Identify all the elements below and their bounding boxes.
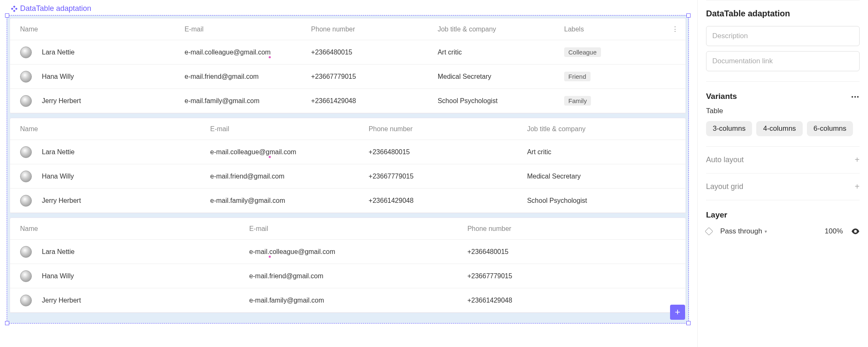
cell-email: e-mail.family@gmail.com [185, 97, 311, 105]
table-row[interactable]: Jerry Herbert e-mail.family@gmail.com +2… [10, 89, 686, 113]
variant-chip-4-columns[interactable]: 4-columns [756, 121, 802, 136]
table-row[interactable]: Lara Nettie e-mail.colleague@gmail.com +… [10, 240, 686, 264]
cell-email: e-mail.friend@gmail.com [249, 272, 467, 280]
visibility-icon[interactable] [851, 228, 860, 234]
svg-rect-0 [13, 5, 15, 8]
col-email: E-mail [210, 125, 369, 133]
cell-name: Jerry Herbert [42, 97, 81, 105]
cell-phone: +23661429048 [467, 297, 686, 304]
table-row[interactable]: Lara Nettie e-mail.colleague@gmail.com +… [10, 40, 686, 65]
properties-panel: DataTable adaptation Variants ••• Table … [697, 0, 868, 347]
variant-6-columns[interactable]: Name E-mail Phone number Job title & com… [10, 18, 686, 114]
col-email: E-mail [249, 225, 467, 233]
table-header: Name E-mail Phone number [10, 218, 686, 240]
label-pill: Family [564, 96, 591, 106]
col-labels: Labels [564, 26, 665, 33]
svg-rect-3 [15, 8, 18, 10]
col-phone: Phone number [467, 225, 686, 233]
col-name: Name [20, 26, 185, 33]
blend-mode-select[interactable]: Pass through ▾ [720, 227, 767, 236]
cell-email: e-mail.family@gmail.com [249, 297, 467, 304]
avatar [20, 195, 32, 207]
avatar [20, 47, 32, 58]
table-row[interactable]: Jerry Herbert e-mail.family@gmail.com +2… [10, 288, 686, 313]
opacity-value[interactable]: 100% [825, 227, 843, 236]
documentation-link-input[interactable] [706, 51, 860, 71]
cell-name: Hana Willy [42, 73, 74, 80]
table-row[interactable]: Jerry Herbert e-mail.family@gmail.com +2… [10, 189, 686, 213]
table-row[interactable]: Hana Willy e-mail.friend@gmail.com +2366… [10, 164, 686, 189]
more-icon[interactable]: ⋮ [665, 25, 686, 33]
table-header: Name E-mail Phone number Job title & com… [10, 18, 686, 40]
variant-4-columns[interactable]: Name E-mail Phone number Job title & com… [10, 118, 686, 213]
avatar [20, 95, 32, 107]
layer-heading: Layer [706, 210, 860, 220]
multiplayer-cursor-dot [269, 56, 271, 58]
svg-rect-1 [13, 10, 15, 12]
cell-job: Medical Secretary [527, 173, 686, 180]
cell-job: School Psychologist [438, 97, 564, 105]
auto-layout-section[interactable]: Auto layout + [706, 147, 860, 174]
table-header: Name E-mail Phone number Job title & com… [10, 118, 686, 140]
avatar [20, 270, 32, 282]
cell-email: e-mail.colleague@gmail.com [210, 148, 369, 156]
table-row[interactable]: Lara Nettie e-mail.colleague@gmail.com +… [10, 140, 686, 164]
col-job: Job title & company [438, 26, 564, 33]
avatar [20, 246, 32, 258]
panel-component-title: DataTable adaptation [706, 9, 860, 18]
cell-phone: +2366480015 [467, 248, 686, 256]
selection-handle-tl[interactable] [5, 13, 9, 18]
plus-icon[interactable]: + [855, 182, 860, 192]
design-canvas[interactable]: DataTable adaptation Name E-mail Phone n… [0, 0, 697, 347]
table-row[interactable]: Hana Willy e-mail.friend@gmail.com +2366… [10, 264, 686, 288]
auto-layout-label: Auto layout [706, 155, 744, 164]
layout-grid-section[interactable]: Layout grid + [706, 174, 860, 200]
component-variants-frame[interactable]: Name E-mail Phone number Job title & com… [7, 15, 689, 324]
variant-property-name: Table [706, 107, 860, 115]
description-input[interactable] [706, 26, 860, 46]
cell-name: Lara Nettie [42, 49, 74, 56]
cell-name: Lara Nettie [42, 148, 74, 156]
col-phone: Phone number [311, 26, 437, 33]
variant-chip-3-columns[interactable]: 3-columns [706, 121, 752, 136]
plus-icon[interactable]: + [855, 155, 860, 165]
variant-3-columns[interactable]: Name E-mail Phone number Lara Nettie e-m… [10, 218, 686, 313]
table-row[interactable]: Hana Willy e-mail.friend@gmail.com +2366… [10, 65, 686, 89]
selection-handle-bl[interactable] [5, 321, 9, 325]
cell-name: Hana Willy [42, 272, 74, 280]
cell-email: e-mail.friend@gmail.com [210, 173, 369, 180]
multiplayer-cursor-dot [269, 156, 271, 158]
layout-grid-label: Layout grid [706, 182, 743, 191]
svg-rect-2 [11, 8, 13, 10]
cell-job: Art critic [527, 148, 686, 156]
cell-phone: +23667779015 [311, 73, 437, 80]
add-variant-button[interactable]: + [670, 305, 685, 320]
cell-email: e-mail.friend@gmail.com [185, 73, 311, 80]
cell-phone: +23661429048 [311, 97, 437, 105]
blend-mode-value: Pass through [720, 227, 762, 236]
cell-phone: +23661429048 [369, 197, 527, 205]
selection-handle-tr[interactable] [686, 13, 691, 18]
cell-job: Art critic [438, 49, 564, 56]
label-pill: Friend [564, 72, 591, 81]
col-name: Name [20, 225, 249, 233]
cell-email: e-mail.colleague@gmail.com [185, 49, 311, 56]
avatar [20, 71, 32, 83]
cell-name: Lara Nettie [42, 248, 74, 256]
component-frame-label[interactable]: DataTable adaptation [11, 4, 91, 13]
cell-phone: +23667779015 [467, 272, 686, 280]
col-phone: Phone number [369, 125, 527, 133]
selection-handle-br[interactable] [686, 321, 691, 325]
component-icon [11, 5, 18, 12]
cell-phone: +23667779015 [369, 173, 527, 180]
cell-name: Jerry Herbert [42, 197, 81, 205]
col-email: E-mail [185, 26, 311, 33]
multiplayer-cursor-dot [269, 256, 271, 258]
avatar [20, 171, 32, 182]
cell-phone: +2366480015 [369, 148, 527, 156]
blend-mode-icon [705, 227, 713, 236]
col-name: Name [20, 125, 210, 133]
cell-email: e-mail.family@gmail.com [210, 197, 369, 205]
variant-chip-6-columns[interactable]: 6-columns [807, 121, 853, 136]
variants-more-icon[interactable]: ••• [851, 93, 860, 100]
